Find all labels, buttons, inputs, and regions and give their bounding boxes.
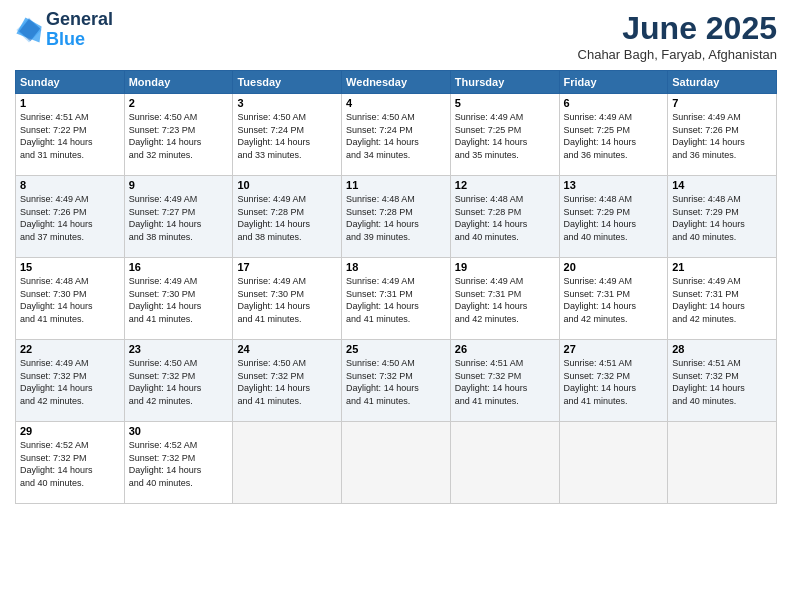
- calendar-cell: 4Sunrise: 4:50 AM Sunset: 7:24 PM Daylig…: [342, 94, 451, 176]
- logo: General Blue: [15, 10, 113, 50]
- calendar-cell: [668, 422, 777, 504]
- day-info: Sunrise: 4:49 AM Sunset: 7:25 PM Dayligh…: [455, 111, 555, 161]
- calendar-cell: 25Sunrise: 4:50 AM Sunset: 7:32 PM Dayli…: [342, 340, 451, 422]
- calendar-cell: 24Sunrise: 4:50 AM Sunset: 7:32 PM Dayli…: [233, 340, 342, 422]
- day-number: 20: [564, 261, 664, 273]
- page: General Blue June 2025 Chahar Bagh, Fary…: [0, 0, 792, 612]
- day-info: Sunrise: 4:48 AM Sunset: 7:29 PM Dayligh…: [564, 193, 664, 243]
- day-number: 8: [20, 179, 120, 191]
- calendar-cell: 26Sunrise: 4:51 AM Sunset: 7:32 PM Dayli…: [450, 340, 559, 422]
- day-info: Sunrise: 4:49 AM Sunset: 7:28 PM Dayligh…: [237, 193, 337, 243]
- calendar-cell: 27Sunrise: 4:51 AM Sunset: 7:32 PM Dayli…: [559, 340, 668, 422]
- calendar-cell: 13Sunrise: 4:48 AM Sunset: 7:29 PM Dayli…: [559, 176, 668, 258]
- calendar-cell: 22Sunrise: 4:49 AM Sunset: 7:32 PM Dayli…: [16, 340, 125, 422]
- day-number: 21: [672, 261, 772, 273]
- calendar-cell: 8Sunrise: 4:49 AM Sunset: 7:26 PM Daylig…: [16, 176, 125, 258]
- calendar-cell: 10Sunrise: 4:49 AM Sunset: 7:28 PM Dayli…: [233, 176, 342, 258]
- day-number: 11: [346, 179, 446, 191]
- day-info: Sunrise: 4:49 AM Sunset: 7:26 PM Dayligh…: [20, 193, 120, 243]
- calendar-cell: 28Sunrise: 4:51 AM Sunset: 7:32 PM Dayli…: [668, 340, 777, 422]
- day-number: 19: [455, 261, 555, 273]
- day-number: 30: [129, 425, 229, 437]
- calendar-cell: [450, 422, 559, 504]
- day-number: 28: [672, 343, 772, 355]
- calendar-cell: 1Sunrise: 4:51 AM Sunset: 7:22 PM Daylig…: [16, 94, 125, 176]
- day-info: Sunrise: 4:49 AM Sunset: 7:31 PM Dayligh…: [564, 275, 664, 325]
- day-number: 25: [346, 343, 446, 355]
- calendar-week-row: 22Sunrise: 4:49 AM Sunset: 7:32 PM Dayli…: [16, 340, 777, 422]
- title-block: June 2025 Chahar Bagh, Faryab, Afghanist…: [578, 10, 777, 62]
- day-number: 22: [20, 343, 120, 355]
- month-title: June 2025: [578, 10, 777, 47]
- day-number: 24: [237, 343, 337, 355]
- weekday-header-wednesday: Wednesday: [342, 71, 451, 94]
- calendar-cell: 9Sunrise: 4:49 AM Sunset: 7:27 PM Daylig…: [124, 176, 233, 258]
- day-info: Sunrise: 4:49 AM Sunset: 7:31 PM Dayligh…: [455, 275, 555, 325]
- header: General Blue June 2025 Chahar Bagh, Fary…: [15, 10, 777, 62]
- day-info: Sunrise: 4:50 AM Sunset: 7:23 PM Dayligh…: [129, 111, 229, 161]
- day-number: 3: [237, 97, 337, 109]
- location: Chahar Bagh, Faryab, Afghanistan: [578, 47, 777, 62]
- day-info: Sunrise: 4:49 AM Sunset: 7:27 PM Dayligh…: [129, 193, 229, 243]
- day-number: 23: [129, 343, 229, 355]
- day-number: 13: [564, 179, 664, 191]
- day-number: 9: [129, 179, 229, 191]
- day-info: Sunrise: 4:50 AM Sunset: 7:24 PM Dayligh…: [237, 111, 337, 161]
- day-info: Sunrise: 4:49 AM Sunset: 7:26 PM Dayligh…: [672, 111, 772, 161]
- calendar-cell: 19Sunrise: 4:49 AM Sunset: 7:31 PM Dayli…: [450, 258, 559, 340]
- calendar-cell: [233, 422, 342, 504]
- day-info: Sunrise: 4:49 AM Sunset: 7:25 PM Dayligh…: [564, 111, 664, 161]
- day-info: Sunrise: 4:48 AM Sunset: 7:28 PM Dayligh…: [455, 193, 555, 243]
- day-number: 18: [346, 261, 446, 273]
- calendar-cell: 20Sunrise: 4:49 AM Sunset: 7:31 PM Dayli…: [559, 258, 668, 340]
- calendar-cell: [342, 422, 451, 504]
- day-info: Sunrise: 4:50 AM Sunset: 7:24 PM Dayligh…: [346, 111, 446, 161]
- day-info: Sunrise: 4:49 AM Sunset: 7:30 PM Dayligh…: [237, 275, 337, 325]
- calendar-cell: 14Sunrise: 4:48 AM Sunset: 7:29 PM Dayli…: [668, 176, 777, 258]
- day-number: 7: [672, 97, 772, 109]
- logo-icon: [15, 16, 43, 44]
- day-number: 5: [455, 97, 555, 109]
- day-info: Sunrise: 4:50 AM Sunset: 7:32 PM Dayligh…: [129, 357, 229, 407]
- weekday-header-thursday: Thursday: [450, 71, 559, 94]
- day-number: 16: [129, 261, 229, 273]
- day-number: 4: [346, 97, 446, 109]
- calendar-cell: 30Sunrise: 4:52 AM Sunset: 7:32 PM Dayli…: [124, 422, 233, 504]
- day-number: 10: [237, 179, 337, 191]
- day-info: Sunrise: 4:50 AM Sunset: 7:32 PM Dayligh…: [237, 357, 337, 407]
- calendar-week-row: 1Sunrise: 4:51 AM Sunset: 7:22 PM Daylig…: [16, 94, 777, 176]
- calendar-cell: 18Sunrise: 4:49 AM Sunset: 7:31 PM Dayli…: [342, 258, 451, 340]
- day-info: Sunrise: 4:51 AM Sunset: 7:32 PM Dayligh…: [672, 357, 772, 407]
- day-info: Sunrise: 4:49 AM Sunset: 7:32 PM Dayligh…: [20, 357, 120, 407]
- day-info: Sunrise: 4:49 AM Sunset: 7:31 PM Dayligh…: [346, 275, 446, 325]
- weekday-header-monday: Monday: [124, 71, 233, 94]
- calendar-cell: 21Sunrise: 4:49 AM Sunset: 7:31 PM Dayli…: [668, 258, 777, 340]
- day-number: 17: [237, 261, 337, 273]
- calendar-cell: 15Sunrise: 4:48 AM Sunset: 7:30 PM Dayli…: [16, 258, 125, 340]
- day-info: Sunrise: 4:51 AM Sunset: 7:32 PM Dayligh…: [455, 357, 555, 407]
- calendar-week-row: 8Sunrise: 4:49 AM Sunset: 7:26 PM Daylig…: [16, 176, 777, 258]
- day-number: 27: [564, 343, 664, 355]
- weekday-header-sunday: Sunday: [16, 71, 125, 94]
- calendar-cell: [559, 422, 668, 504]
- day-info: Sunrise: 4:51 AM Sunset: 7:22 PM Dayligh…: [20, 111, 120, 161]
- calendar-cell: 3Sunrise: 4:50 AM Sunset: 7:24 PM Daylig…: [233, 94, 342, 176]
- weekday-header-tuesday: Tuesday: [233, 71, 342, 94]
- calendar-cell: 17Sunrise: 4:49 AM Sunset: 7:30 PM Dayli…: [233, 258, 342, 340]
- day-info: Sunrise: 4:49 AM Sunset: 7:30 PM Dayligh…: [129, 275, 229, 325]
- weekday-header-row: SundayMondayTuesdayWednesdayThursdayFrid…: [16, 71, 777, 94]
- calendar-cell: 12Sunrise: 4:48 AM Sunset: 7:28 PM Dayli…: [450, 176, 559, 258]
- calendar-cell: 5Sunrise: 4:49 AM Sunset: 7:25 PM Daylig…: [450, 94, 559, 176]
- day-info: Sunrise: 4:48 AM Sunset: 7:28 PM Dayligh…: [346, 193, 446, 243]
- day-info: Sunrise: 4:48 AM Sunset: 7:30 PM Dayligh…: [20, 275, 120, 325]
- calendar-cell: 6Sunrise: 4:49 AM Sunset: 7:25 PM Daylig…: [559, 94, 668, 176]
- calendar-cell: 23Sunrise: 4:50 AM Sunset: 7:32 PM Dayli…: [124, 340, 233, 422]
- weekday-header-friday: Friday: [559, 71, 668, 94]
- day-number: 14: [672, 179, 772, 191]
- day-number: 29: [20, 425, 120, 437]
- logo-text: General Blue: [46, 10, 113, 50]
- calendar-week-row: 29Sunrise: 4:52 AM Sunset: 7:32 PM Dayli…: [16, 422, 777, 504]
- day-number: 2: [129, 97, 229, 109]
- day-number: 1: [20, 97, 120, 109]
- day-number: 6: [564, 97, 664, 109]
